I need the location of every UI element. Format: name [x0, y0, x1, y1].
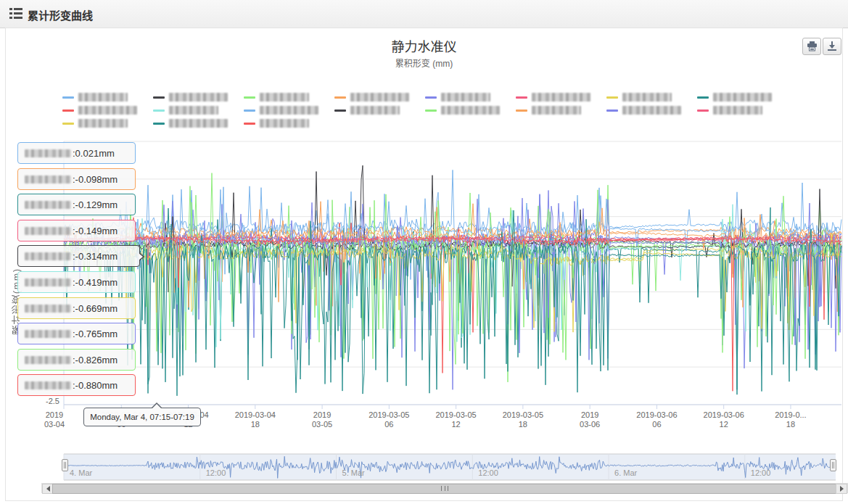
navigator-handle-right[interactable] [830, 459, 836, 471]
legend-marker [62, 123, 74, 125]
legend-marker [62, 96, 74, 99]
chart-title: 静力水准仪 [0, 36, 848, 55]
legend-item-series-18[interactable] [153, 119, 244, 128]
x-axis-label: 201903-04 [24, 410, 85, 429]
app-root: 累计形变曲线 静力水准仪 累积形变 (mm) 累计形变(mm) -2.5 201… [0, 0, 848, 504]
tooltip-value: :-0.669mm [73, 303, 118, 314]
x-axis-label: 2019-03-0506 [358, 410, 419, 429]
legend-marker [62, 110, 74, 112]
legend-item-series-1[interactable] [62, 93, 153, 102]
printer-icon [807, 41, 818, 51]
tooltip-box: :0.021mm [17, 142, 136, 164]
legend-row [62, 104, 795, 117]
legend-item-series-4[interactable] [334, 93, 425, 102]
legend-label-redacted [260, 93, 309, 102]
legend-marker [606, 96, 618, 99]
legend-item-series-5[interactable] [425, 93, 516, 102]
print-button[interactable] [802, 38, 821, 55]
tooltip-box: :-0.314mm [17, 245, 140, 267]
legend-label-redacted [350, 93, 409, 102]
tooltip-box: :-0.149mm [17, 220, 136, 241]
x-axis-label: 201903-06 [559, 410, 620, 429]
right-arrow-icon [840, 486, 844, 492]
legend-label-redacted [532, 93, 590, 102]
scrollbar-thumb[interactable] [52, 484, 837, 494]
date-tooltip: Monday, Mar 4, 07:15-07:19 [83, 408, 201, 426]
chart-subtitle: 累积形变 (mm) [0, 57, 848, 69]
download-icon [827, 41, 837, 51]
legend-label-redacted [713, 106, 762, 115]
scrollbar-right-button[interactable] [836, 484, 847, 494]
list-icon [9, 8, 22, 22]
tooltip-label-redacted [25, 278, 71, 286]
x-axis-label: 201903-05 [292, 410, 353, 429]
tooltip-value: :-0.765mm [73, 329, 118, 339]
navigator-label: 6. Mar [614, 468, 637, 477]
legend-marker [244, 96, 255, 99]
tooltip-value: :-0.098mm [73, 174, 118, 185]
legend-item-series-17[interactable] [62, 119, 153, 128]
tooltip-label-redacted [25, 175, 71, 183]
download-button[interactable] [823, 38, 841, 55]
legend-marker [334, 110, 346, 112]
legend-item-series-6[interactable] [516, 93, 606, 102]
x-axis-label: 2019-03-0512 [426, 410, 487, 429]
navigator-label: 4. Mar [70, 468, 92, 477]
legend-item-series-15[interactable] [606, 106, 697, 115]
legend-item-series-3[interactable] [244, 93, 334, 102]
tooltip-value: :0.021mm [73, 148, 115, 159]
legend-label-redacted [169, 93, 228, 102]
legend-item-series-2[interactable] [153, 93, 244, 102]
navigator-label: 5. Mar [342, 468, 365, 477]
y-tick-label: -2.5 [30, 397, 59, 405]
legend-marker [606, 110, 618, 112]
legend-label-redacted [78, 93, 128, 102]
x-axis-label: 2019-03-0612 [693, 410, 754, 429]
page-title: 累计形变曲线 [28, 7, 93, 22]
legend-label-redacted [532, 106, 581, 115]
navigator-handle-left[interactable] [62, 459, 68, 471]
legend-item-series-12[interactable] [334, 106, 425, 115]
x-axis-label: 2019-03-0606 [626, 410, 687, 429]
tooltip-value: :-0.826mm [73, 355, 118, 365]
legend-marker [334, 96, 346, 99]
tooltip-label-redacted [25, 305, 71, 313]
legend-marker [516, 110, 527, 112]
navigator[interactable] [0, 453, 848, 482]
tooltip-label-redacted [25, 252, 71, 260]
legend-item-series-7[interactable] [606, 93, 697, 102]
legend-item-series-13[interactable] [425, 106, 516, 115]
legend-row [62, 91, 795, 104]
legend-item-series-19[interactable] [244, 119, 334, 128]
legend-item-series-10[interactable] [153, 106, 244, 115]
tooltip-label-redacted [25, 381, 71, 389]
tooltip-label-redacted [25, 330, 71, 338]
tooltip-box: :-0.826mm [17, 349, 136, 371]
legend-item-series-9[interactable] [62, 106, 153, 115]
legend-item-series-14[interactable] [516, 106, 606, 115]
legend [62, 91, 795, 130]
legend-item-series-16[interactable] [697, 106, 788, 115]
legend-marker [244, 123, 255, 125]
tooltip-box: :-0.419mm [17, 271, 136, 293]
navigator-label: 12:00 [478, 468, 498, 477]
legend-item-series-11[interactable] [244, 106, 334, 115]
legend-label-redacted [713, 93, 772, 102]
legend-label-redacted [260, 106, 318, 115]
legend-label-redacted [441, 106, 500, 115]
legend-marker [516, 96, 527, 99]
x-axis-label: 2019-03-0418 [225, 410, 286, 429]
scrollbar-grip-icon [441, 486, 448, 491]
tooltip-box: :-0.765mm [17, 323, 136, 344]
header-bar: 累计形变曲线 [0, 0, 848, 28]
x-axis-label: 2019-0...18 [760, 410, 821, 429]
legend-label-redacted [169, 119, 228, 128]
legend-marker [425, 96, 437, 99]
legend-label-redacted [350, 106, 400, 115]
legend-marker [153, 110, 165, 112]
legend-item-series-8[interactable] [697, 93, 788, 102]
scrollbar[interactable] [41, 483, 848, 493]
legend-marker [697, 110, 709, 112]
navigator-label: 12:00 [206, 468, 226, 477]
tooltip-value: :-0.129mm [73, 199, 118, 210]
